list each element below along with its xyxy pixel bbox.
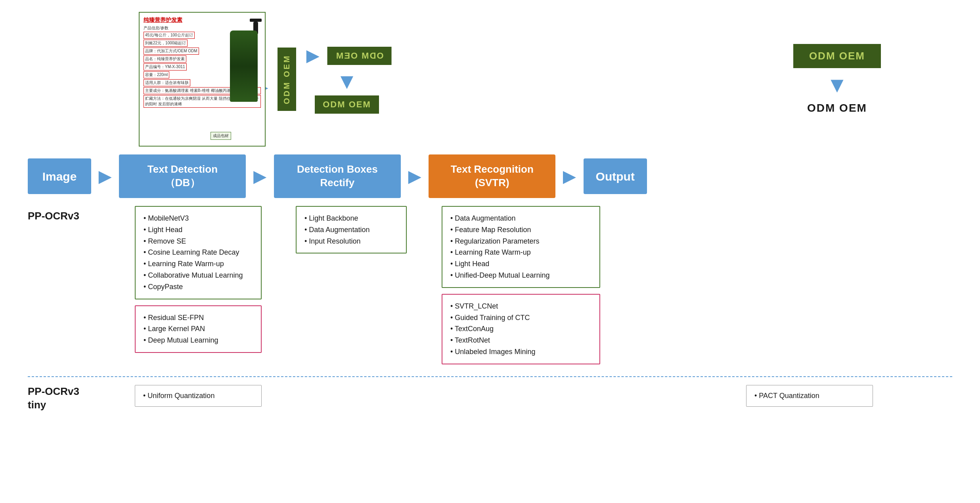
recognition-pink-box: SVTR_LCNet Guided Training of CTC TextCo… [442,294,600,364]
product-info-label: 产品信息/参数 [144,25,261,31]
det-item-3: Remove SE [144,236,253,247]
rect-item-1: Light Backbone [304,213,398,224]
product-price1: 45元/每公斤，100公斤起订 [144,32,195,39]
pact-quantization-item: PACT Quantization [754,390,865,402]
odm-flipped-text: ODM OEM [327,47,392,65]
rec-pink-item-4: TextRotNet [450,335,591,346]
odm-vertical-text: ODM OEM [278,48,296,111]
rectify-details-group: Light Backbone Data Augmentation Input R… [296,206,407,253]
pipeline-row: Image ► Text Detection （DB） ► Detection … [16,154,964,198]
det-item-1: MobileNetV3 [144,213,253,224]
product-badge: 成品包材 [211,132,231,140]
uniform-quantization-box: Uniform Quantization [135,385,262,407]
rectify-green-box: Light Backbone Data Augmentation Input R… [296,206,407,253]
image-pipeline-box: Image [28,158,91,194]
rectify-green-list: Light Backbone Data Augmentation Input R… [304,213,398,247]
odm-down-arrow2: ▼ [826,74,848,96]
ppocr-tiny-line2: tiny [28,399,46,411]
rectify-pipeline-box: Detection Boxes Rectify [274,154,401,198]
ppocr-tiny-label: PP-OCRv3 tiny [28,385,79,411]
pact-quantization-box: PACT Quantization [746,385,873,407]
det-pink-item-3: Deep Mutual Learning [144,335,253,346]
recognition-pipeline-box: Text Recognition (SVTR) [429,154,555,198]
recognition-line2: (SVTR) [451,176,534,190]
odm-normal-text-box: ODM OEM [315,95,379,114]
det-item-7: CopyPaste [144,281,253,293]
rec-pink-item-2: Guided Training of CTC [450,312,591,324]
product-image-box: 纯臻营养护发素 产品信息/参数 45元/每公斤，100公斤起订 到账22元，10… [139,12,266,147]
odm-recognition-group: ODM OEM ▼ ODM OEM [793,44,881,114]
det-pink-item-2: Large Kernel PAN [144,323,253,335]
detection-line2: （DB） [147,176,218,190]
detection-line1: Text Detection [147,163,218,176]
product-name: 品名：纯臻营养护发素 [144,55,186,63]
det-pink-item-1: Residual SE-FPN [144,312,253,324]
rec-item-4: Learning Rate Warm-up [450,247,591,258]
product-id: 产品编号：YM-X-3011 [144,63,187,70]
divider [28,376,952,377]
arrow2: ► [249,166,270,187]
recognition-green-list: Data Augmentation Feature Map Resolution… [450,213,591,281]
image-label: Image [42,169,77,184]
rectify-line1: Detection Boxes [297,163,378,176]
det-item-5: Learning Rate Warm-up [144,258,253,270]
detection-label: Text Detection （DB） [147,163,218,190]
text-detection-box: Text Detection （DB） [119,154,246,198]
recognition-green-box: Data Augmentation Feature Map Resolution… [442,206,600,288]
odm-right-stack: ► ODM OEM ▼ ODM OEM [302,45,392,114]
recognition-label: Text Recognition (SVTR) [451,163,534,190]
arrow4: ► [559,166,580,187]
odm-result-box: ODM OEM [793,44,881,68]
uniform-quantization-item: Uniform Quantization [143,390,253,402]
detection-green-list: MobileNetV3 Light Head Remove SE Cosine … [144,213,253,293]
rec-item-6: Unified-Deep Mutual Learning [450,270,591,281]
top-visual-row: 纯臻营养护发素 产品信息/参数 45元/每公斤，100公斤起订 到账22元，10… [16,12,964,147]
det-item-2: Light Head [144,224,253,236]
rec-item-3: Regularization Parameters [450,236,591,247]
odm-center-group: ODM OEM ► ODM OEM ▼ ODM OEM [278,45,392,114]
bottle-illustration [250,19,262,34]
detection-green-box: MobileNetV3 Light Head Remove SE Cosine … [135,206,262,299]
det-item-4: Cosine Learning Rate Decay [144,247,253,258]
rec-item-5: Light Head [450,258,591,270]
rec-pink-item-3: TextConAug [450,323,591,335]
output-pipeline-box: Output [584,158,647,194]
rec-pink-item-1: SVTR_LCNet [450,301,591,312]
details-section: PP-OCRv3 MobileNetV3 Light Head Remove S… [16,206,964,364]
rect-item-2: Data Augmentation [304,224,398,236]
detection-details-group: MobileNetV3 Light Head Remove SE Cosine … [135,206,262,353]
ppocr-tiny-label-container: PP-OCRv3 tiny [28,385,107,412]
product-price2: 到账22元，1000箱起订 [144,40,188,47]
detection-pink-box: Residual SE-FPN Large Kernel PAN Deep Mu… [135,305,262,353]
product-brand: 品牌：代加工方式/OEM ODM [144,48,199,55]
output-label: Output [596,169,635,184]
arrow3: ► [404,166,425,187]
rec-pink-item-5: Unlabeled Images Mining [450,346,591,358]
product-user: 适用人群：适合浓有味肤 [144,79,190,86]
rectify-label: Detection Boxes Rectify [297,163,378,190]
recognition-line1: Text Recognition [451,163,534,176]
ppocr-label-container: PP-OCRv3 [28,206,107,222]
ppocr-tiny-line1: PP-OCRv3 [28,385,79,397]
rect-item-3: Input Resolution [304,236,398,247]
pact-quantization-list: PACT Quantization [754,390,865,402]
arrow1: ► [94,166,116,187]
recognition-pink-list: SVTR_LCNet Guided Training of CTC TextCo… [450,301,591,358]
det-item-6: Collaborative Mutual Learning [144,270,253,281]
ppocr-label: PP-OCRv3 [28,210,79,222]
product-title: 纯臻营养护发素 [144,17,261,24]
rec-item-2: Feature Map Resolution [450,224,591,236]
rec-item-1: Data Augmentation [450,213,591,224]
odm-arrow-and-flipped: ► ODM OEM [302,45,392,67]
rectify-line2: Rectify [297,176,378,190]
detection-pink-list: Residual SE-FPN Large Kernel PAN Deep Mu… [144,312,253,346]
recognition-details-group: Data Augmentation Feature Map Resolution… [442,206,600,364]
uniform-quantization-list: Uniform Quantization [143,390,253,402]
odm-down-arrow1: ▼ [336,70,358,92]
product-volume: 容量：220ml [144,71,169,78]
bottom-section: PP-OCRv3 tiny Uniform Quantization PACT … [16,385,964,412]
odm-result-plain: ODM OEM [807,102,867,114]
diagram-container: 纯臻营养护发素 产品信息/参数 45元/每公斤，100公斤起订 到账22元，10… [0,0,980,503]
